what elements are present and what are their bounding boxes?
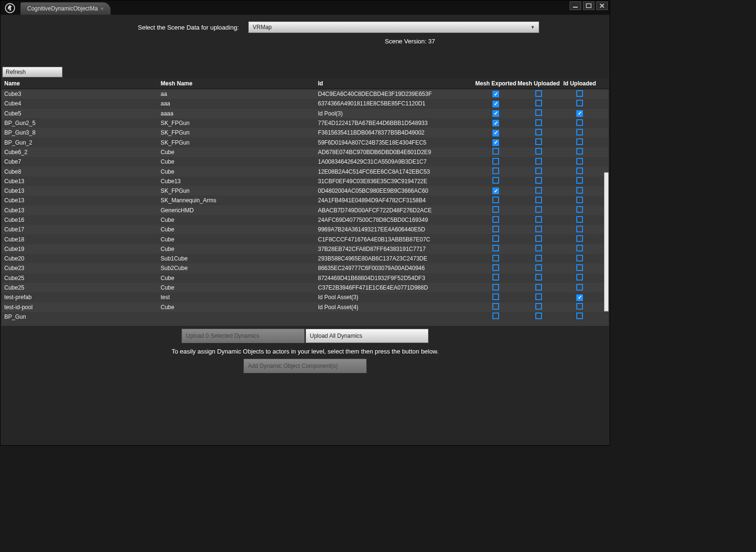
table-row[interactable]: Cube18CubeC1F8CCCF471676A4E0B13ABB5B87E0… bbox=[1, 234, 609, 244]
checkbox-id-uploaded[interactable] bbox=[576, 284, 583, 291]
checkbox-id-uploaded[interactable] bbox=[576, 129, 583, 135]
checkbox-uploaded[interactable] bbox=[535, 303, 542, 310]
add-component-button[interactable]: Add Dynamic Object Component(s) bbox=[244, 359, 367, 373]
checkbox-id-uploaded[interactable] bbox=[576, 110, 583, 117]
checkbox-exported[interactable] bbox=[492, 206, 499, 213]
scrollbar-thumb[interactable] bbox=[604, 172, 609, 312]
checkbox-uploaded[interactable] bbox=[535, 167, 542, 174]
checkbox-id-uploaded[interactable] bbox=[576, 187, 583, 194]
checkbox-id-uploaded[interactable] bbox=[576, 312, 583, 319]
checkbox-id-uploaded[interactable] bbox=[576, 264, 583, 271]
checkbox-exported[interactable] bbox=[492, 139, 499, 146]
checkbox-exported[interactable] bbox=[492, 216, 499, 223]
table-row[interactable]: test-prefabtestId Pool Asset(3) bbox=[1, 292, 609, 302]
table-row[interactable]: BP_Gun2_5SK_FPGun77E4D122417BA67BE44D6BB… bbox=[1, 118, 609, 128]
upload-all-button[interactable]: Upload All Dynamics bbox=[306, 329, 429, 343]
checkbox-exported[interactable] bbox=[492, 264, 499, 271]
table-row[interactable]: Cube8Cube12E08B2A4C514FC6EE6CC8A1742EBC5… bbox=[1, 167, 609, 176]
table-row[interactable]: Cube23Sub2Cube86635EC249777C6F003079A00A… bbox=[1, 263, 609, 273]
checkbox-uploaded[interactable] bbox=[535, 245, 542, 251]
checkbox-exported[interactable] bbox=[492, 255, 499, 261]
checkbox-exported[interactable] bbox=[492, 226, 499, 232]
col-mesh-name[interactable]: Mesh Name bbox=[161, 80, 318, 87]
table-row[interactable]: Cube6_2CubeAD678E074BC970BDB6DBD0B4E601D… bbox=[1, 147, 609, 157]
minimize-button[interactable] bbox=[570, 1, 581, 10]
col-name[interactable]: Name bbox=[4, 80, 161, 87]
checkbox-exported[interactable] bbox=[492, 187, 499, 194]
table-row[interactable]: Cube16Cube24AFC69D4077500C78D8C5BD0C1693… bbox=[1, 215, 609, 225]
checkbox-exported[interactable] bbox=[492, 235, 499, 242]
checkbox-uploaded[interactable] bbox=[535, 264, 542, 271]
checkbox-exported[interactable] bbox=[492, 284, 499, 291]
table-row[interactable]: Cube4aaa6374366A49018118E8C5BE85FC1120D1 bbox=[1, 99, 609, 108]
table-row[interactable]: test-id-poolCubeId Pool Asset(4) bbox=[1, 302, 609, 312]
checkbox-id-uploaded[interactable] bbox=[576, 148, 583, 155]
table-row[interactable]: Cube13SK_Mannequin_Arms24A1FB4941E04894D… bbox=[1, 196, 609, 205]
checkbox-exported[interactable] bbox=[492, 312, 499, 319]
table-row[interactable]: BP_Gun3_8SK_FPGunF3615635411BDB06478377B… bbox=[1, 128, 609, 137]
tab-cognitive-window[interactable]: CognitiveDynamicObjectMa × bbox=[20, 2, 111, 15]
checkbox-exported[interactable] bbox=[492, 130, 499, 136]
col-id-uploaded[interactable]: Id Uploaded bbox=[560, 80, 599, 87]
refresh-button[interactable]: Refresh bbox=[2, 67, 62, 77]
close-button[interactable] bbox=[596, 1, 608, 10]
checkbox-uploaded[interactable] bbox=[535, 90, 542, 97]
checkbox-uploaded[interactable] bbox=[535, 138, 542, 145]
checkbox-uploaded[interactable] bbox=[535, 206, 542, 213]
checkbox-exported[interactable] bbox=[492, 91, 499, 97]
checkbox-id-uploaded[interactable] bbox=[576, 255, 583, 261]
checkbox-exported[interactable] bbox=[492, 293, 499, 300]
checkbox-id-uploaded[interactable] bbox=[576, 100, 583, 106]
checkbox-uploaded[interactable] bbox=[535, 274, 542, 281]
checkbox-uploaded[interactable] bbox=[535, 158, 542, 165]
upload-selected-button[interactable]: Upload 0 Selected Dynamics bbox=[182, 329, 305, 343]
table-row[interactable]: Cube5aaaaId Pool(3) bbox=[1, 109, 609, 118]
checkbox-id-uploaded[interactable] bbox=[576, 197, 583, 203]
table-row[interactable]: Cube13Cube1331CBF0EF49C03E836E35C39C9194… bbox=[1, 177, 609, 186]
checkbox-uploaded[interactable] bbox=[535, 109, 542, 116]
checkbox-uploaded[interactable] bbox=[535, 148, 542, 155]
col-mesh-exported[interactable]: Mesh Exported bbox=[474, 80, 517, 87]
checkbox-uploaded[interactable] bbox=[535, 187, 542, 194]
scene-dropdown[interactable]: VRMap ▼ bbox=[248, 21, 539, 33]
checkbox-id-uploaded[interactable] bbox=[576, 303, 583, 310]
checkbox-exported[interactable] bbox=[492, 197, 499, 203]
table-row[interactable]: BP_Gun bbox=[1, 312, 609, 322]
checkbox-id-uploaded[interactable] bbox=[576, 158, 583, 165]
checkbox-uploaded[interactable] bbox=[535, 255, 542, 261]
table-row[interactable]: Cube7Cube1A008346426429C31CA5509A9B3DE1C… bbox=[1, 157, 609, 167]
checkbox-uploaded[interactable] bbox=[535, 235, 542, 242]
checkbox-id-uploaded[interactable] bbox=[576, 245, 583, 251]
checkbox-exported[interactable] bbox=[492, 177, 499, 184]
table-row[interactable]: Cube19Cube37B28EB742CFA8D87FF64383191C77… bbox=[1, 244, 609, 254]
tab-close-icon[interactable]: × bbox=[101, 6, 103, 11]
checkbox-uploaded[interactable] bbox=[535, 129, 542, 135]
checkbox-exported[interactable] bbox=[492, 245, 499, 251]
checkbox-id-uploaded[interactable] bbox=[576, 226, 583, 232]
checkbox-uploaded[interactable] bbox=[535, 293, 542, 300]
table-row[interactable]: BP_Gun_2SK_FPGun59F6D0194A807C24B735E18E… bbox=[1, 137, 609, 147]
checkbox-uploaded[interactable] bbox=[535, 177, 542, 184]
table-row[interactable]: Cube25CubeC37E2B3946FF471E1C6E4EA0771D98… bbox=[1, 283, 609, 292]
checkbox-id-uploaded[interactable] bbox=[576, 235, 583, 242]
maximize-button[interactable] bbox=[583, 1, 594, 10]
col-mesh-uploaded[interactable]: Mesh Uploaded bbox=[517, 80, 560, 87]
checkbox-exported[interactable] bbox=[492, 274, 499, 281]
checkbox-uploaded[interactable] bbox=[535, 312, 542, 319]
table-row[interactable]: Cube13GenericHMDABACB7D749D00AFCF722D48F… bbox=[1, 206, 609, 215]
table-row[interactable]: Cube3aaD4C9EA6C40C8DECBD4E3F19D239E653F bbox=[1, 89, 609, 99]
checkbox-uploaded[interactable] bbox=[535, 119, 542, 126]
checkbox-uploaded[interactable] bbox=[535, 284, 542, 291]
checkbox-id-uploaded[interactable] bbox=[576, 274, 583, 281]
checkbox-id-uploaded[interactable] bbox=[576, 294, 583, 301]
checkbox-uploaded[interactable] bbox=[535, 197, 542, 203]
checkbox-id-uploaded[interactable] bbox=[576, 177, 583, 184]
checkbox-id-uploaded[interactable] bbox=[576, 167, 583, 174]
checkbox-exported[interactable] bbox=[492, 101, 499, 107]
table-row[interactable]: Cube20Sub1Cube293B588C4965E80AB6C137A23C… bbox=[1, 254, 609, 263]
checkbox-id-uploaded[interactable] bbox=[576, 119, 583, 126]
checkbox-id-uploaded[interactable] bbox=[576, 90, 583, 97]
table-row[interactable]: Cube25Cube8724469D41B68804D1932F9F52D54D… bbox=[1, 273, 609, 283]
checkbox-exported[interactable] bbox=[492, 303, 499, 310]
table-row[interactable]: Cube13SK_FPGun0D4802004AC05BC980EE9B9C36… bbox=[1, 186, 609, 196]
